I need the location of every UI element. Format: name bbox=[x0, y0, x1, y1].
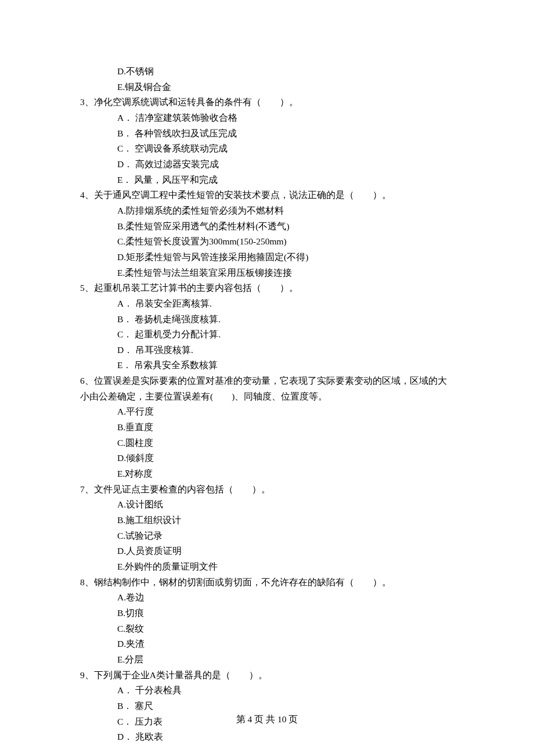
question-stem: 3、净化空调系统调试和运转具备的条件有（ ）。 bbox=[80, 95, 459, 110]
option-text: B.柔性短管应采用透气的柔性材料(不透气) bbox=[117, 221, 290, 231]
option-text: D.不锈钢 bbox=[117, 66, 154, 76]
option-text: D.倾斜度 bbox=[117, 453, 154, 463]
question-stem: 7、文件见证点主要检查的内容包括（ ）。 bbox=[80, 482, 459, 498]
option-text: D.人员资质证明 bbox=[117, 546, 182, 556]
option-c: C.圆柱度 bbox=[117, 435, 459, 451]
option-a: A.平行度 bbox=[117, 404, 459, 420]
stem-text: 起重机吊装工艺计算书的主要内容包括（ ）。 bbox=[94, 283, 298, 293]
option-text: B.施工组织设计 bbox=[117, 515, 181, 525]
option-text: A.平行度 bbox=[117, 406, 154, 416]
option-text: C． 空调设备系统联动完成 bbox=[117, 143, 228, 153]
option-e: E.对称度 bbox=[117, 466, 459, 482]
option-text: D.夹渣 bbox=[117, 639, 145, 649]
option-text: A． 洁净室建筑装饰验收合格 bbox=[117, 113, 237, 123]
stem-text: 净化空调系统调试和运转具备的条件有（ ）。 bbox=[94, 97, 298, 107]
option-text: E.外购件的质量证明文件 bbox=[117, 561, 218, 571]
stem-text: 关于通风空调工程中柔性短管的安装技术要点，说法正确的是（ ）。 bbox=[94, 190, 391, 200]
option-text: D． 高效过滤器安装完成 bbox=[117, 159, 219, 169]
option-text: A． 千分表检具 bbox=[117, 685, 182, 695]
option-c: C.试验记录 bbox=[117, 528, 459, 544]
option-e: E.铜及铜合金 bbox=[117, 80, 459, 95]
option-text: C.柔性短管长度设置为300mm(150-250mm) bbox=[117, 236, 287, 246]
option-b: B.垂直度 bbox=[117, 420, 459, 435]
option-d: D． 兆欧表 bbox=[117, 729, 459, 745]
orphan-options: D.不锈钢 E.铜及铜合金 bbox=[80, 64, 459, 95]
option-text: E.对称度 bbox=[117, 469, 153, 478]
option-d: D.人员资质证明 bbox=[117, 543, 459, 559]
option-e: E.分层 bbox=[117, 652, 459, 668]
option-text: B． 各种管线吹扫及试压完成 bbox=[117, 128, 237, 138]
stem-text: 位置误差是实际要素的位置对基准的变动量，它表现了实际要素变动的区域，区域的大 bbox=[94, 376, 447, 386]
option-c: C． 起重机受力分配计算. bbox=[117, 327, 459, 343]
question-stem: 4、关于通风空调工程中柔性短管的安装技术要点，说法正确的是（ ）。 bbox=[80, 188, 459, 203]
question-stem: 9、下列属于企业A类计量器具的是（ ）。 bbox=[80, 668, 459, 683]
options-block: A． 吊装安全距离核算.B． 卷扬机走绳强度核算.C． 起重机受力分配计算.D．… bbox=[80, 296, 459, 373]
option-e: E.外购件的质量证明文件 bbox=[117, 559, 459, 575]
option-b: B.柔性短管应采用透气的柔性材料(不透气) bbox=[117, 219, 459, 235]
stem-text: 文件见证点主要检查的内容包括（ ）。 bbox=[94, 484, 270, 494]
option-d: D． 高效过滤器安装完成 bbox=[117, 157, 459, 172]
option-text: A.防排烟系统的柔性短管必须为不燃材料 bbox=[117, 206, 284, 215]
option-c: C.柔性短管长度设置为300mm(150-250mm) bbox=[117, 234, 459, 250]
option-a: A.卷边 bbox=[117, 590, 459, 606]
option-text: E． 风量，风压平和完成 bbox=[117, 175, 218, 185]
stem-text: 下列属于企业A类计量器具的是（ ）。 bbox=[94, 670, 268, 680]
option-e: E.柔性短管与法兰组装宜采用压板铆接连接 bbox=[117, 265, 459, 281]
question-stem: 5、起重机吊装工艺计算书的主要内容包括（ ）。 bbox=[80, 280, 459, 296]
options-block: A.设计图纸B.施工组织设计C.试验记录D.人员资质证明E.外购件的质量证明文件 bbox=[80, 497, 459, 574]
option-text: C.圆柱度 bbox=[117, 438, 153, 448]
option-text: A． 吊装安全距离核算. bbox=[117, 298, 212, 308]
options-block: A． 洁净室建筑装饰验收合格B． 各种管线吹扫及试压完成C． 空调设备系统联动完… bbox=[80, 110, 459, 188]
option-b: B.切痕 bbox=[117, 606, 459, 621]
option-text: C.裂纹 bbox=[117, 624, 144, 633]
option-text: A.卷边 bbox=[117, 592, 145, 602]
option-d: D． 吊耳强度核算. bbox=[117, 343, 459, 358]
question-number: 5、 bbox=[80, 283, 94, 293]
option-a: A． 吊装安全距离核算. bbox=[117, 296, 459, 312]
option-d: D.夹渣 bbox=[117, 636, 459, 652]
option-d: D.倾斜度 bbox=[117, 451, 459, 466]
stem-text: 小由公差确定，主要位置误差有( )、同轴度、位置度等。 bbox=[80, 391, 327, 401]
question-number: 6、 bbox=[80, 376, 94, 386]
option-text: A.设计图纸 bbox=[117, 499, 163, 509]
stem-text: 钢结构制作中，钢材的切割面或剪切面，不允许存在的缺陷有（ ）。 bbox=[94, 577, 391, 587]
page-footer: 第 4 页 共 10 页 bbox=[0, 712, 534, 728]
question-number: 9、 bbox=[80, 670, 94, 680]
options-block: A.防排烟系统的柔性短管必须为不燃材料B.柔性短管应采用透气的柔性材料(不透气)… bbox=[80, 203, 459, 280]
option-text: B.垂直度 bbox=[117, 422, 153, 432]
option-text: C.试验记录 bbox=[117, 531, 163, 541]
option-text: E.分层 bbox=[117, 654, 143, 664]
option-a: A.防排烟系统的柔性短管必须为不燃材料 bbox=[117, 203, 459, 219]
option-text: C． 起重机受力分配计算. bbox=[117, 329, 221, 339]
option-a: A． 洁净室建筑装饰验收合格 bbox=[117, 110, 459, 126]
option-text: B.切痕 bbox=[117, 608, 144, 618]
options-block: A.卷边B.切痕C.裂纹D.夹渣E.分层 bbox=[80, 590, 459, 667]
question-number: 4、 bbox=[80, 190, 94, 200]
option-b: B.施工组织设计 bbox=[117, 513, 459, 528]
option-a: A． 千分表检具 bbox=[117, 683, 459, 699]
question-number: 7、 bbox=[80, 484, 94, 494]
option-text: B． 塞尺 bbox=[117, 701, 153, 711]
option-text: E． 吊索具安全系数核算 bbox=[117, 360, 218, 370]
question-stem-cont: 小由公差确定，主要位置误差有( )、同轴度、位置度等。 bbox=[80, 389, 459, 405]
question-stem: 6、位置误差是实际要素的位置对基准的变动量，它表现了实际要素变动的区域，区域的大 bbox=[80, 373, 459, 389]
option-text: E.柔性短管与法兰组装宜采用压板铆接连接 bbox=[117, 268, 292, 278]
option-e: E． 风量，风压平和完成 bbox=[117, 172, 459, 188]
question-number: 8、 bbox=[80, 577, 94, 587]
option-text: B． 卷扬机走绳强度核算. bbox=[117, 314, 221, 324]
option-c: C． 空调设备系统联动完成 bbox=[117, 141, 459, 157]
option-d: D.矩形柔性短管与风管连接采用抱箍固定(不得) bbox=[117, 250, 459, 265]
options-block: A.平行度B.垂直度C.圆柱度D.倾斜度E.对称度 bbox=[80, 404, 459, 481]
question-number: 3、 bbox=[80, 97, 94, 107]
option-text: D． 吊耳强度核算. bbox=[117, 345, 193, 355]
option-b: B． 各种管线吹扫及试压完成 bbox=[117, 126, 459, 142]
option-text: E.铜及铜合金 bbox=[117, 82, 171, 92]
option-e: E． 吊索具安全系数核算 bbox=[117, 358, 459, 373]
option-text: D． 兆欧表 bbox=[117, 732, 163, 741]
option-b: B． 卷扬机走绳强度核算. bbox=[117, 312, 459, 327]
option-text: D.矩形柔性短管与风管连接采用抱箍固定(不得) bbox=[117, 252, 308, 262]
page-number: 第 4 页 共 10 页 bbox=[236, 714, 298, 724]
option-a: A.设计图纸 bbox=[117, 497, 459, 513]
option-d: D.不锈钢 bbox=[117, 64, 459, 80]
question-stem: 8、钢结构制作中，钢材的切割面或剪切面，不允许存在的缺陷有（ ）。 bbox=[80, 575, 459, 591]
